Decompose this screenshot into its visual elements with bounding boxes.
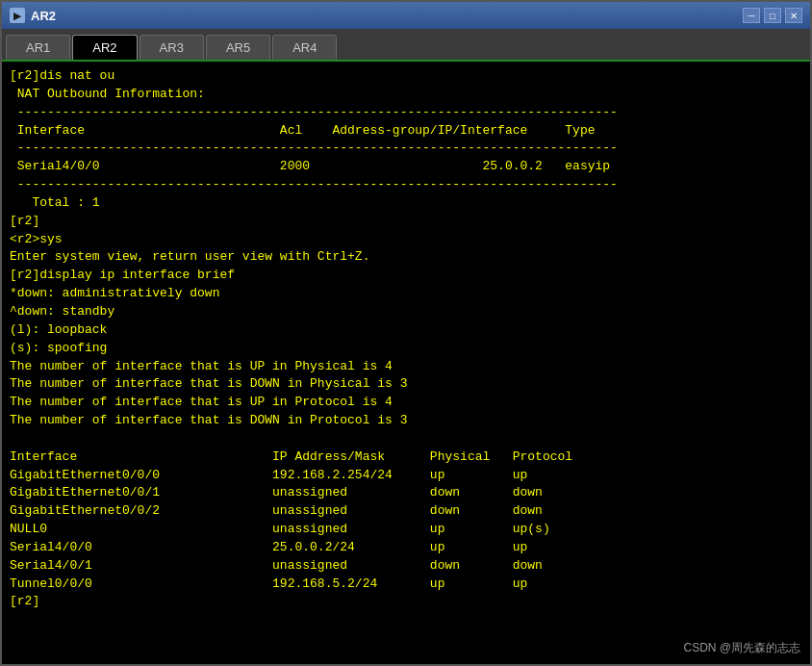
restore-button[interactable]: □ [764,8,781,23]
tab-ar5[interactable]: AR5 [206,35,270,60]
tab-ar2[interactable]: AR2 [72,35,137,60]
title-bar: ▶ AR2 ─ □ ✕ [2,2,810,29]
title-bar-controls: ─ □ ✕ [743,8,802,23]
title-bar-left: ▶ AR2 [10,8,56,23]
tab-ar3[interactable]: AR3 [140,35,204,60]
terminal-output[interactable]: [r2]dis nat ou NAT Outbound Information:… [2,62,810,664]
tab-bar: AR1AR2AR3AR5AR4 [2,29,810,62]
app-icon: ▶ [10,8,25,23]
close-button[interactable]: ✕ [785,8,802,23]
tab-ar4[interactable]: AR4 [272,35,337,60]
main-window: ▶ AR2 ─ □ ✕ AR1AR2AR3AR5AR4 [r2]dis nat … [0,0,812,666]
terminal-text: [r2]dis nat ou NAT Outbound Information:… [10,67,802,611]
watermark: CSDN @周先森的志志 [683,640,800,656]
window-title: AR2 [31,9,56,23]
tab-ar1[interactable]: AR1 [6,35,70,60]
minimize-button[interactable]: ─ [743,8,760,23]
